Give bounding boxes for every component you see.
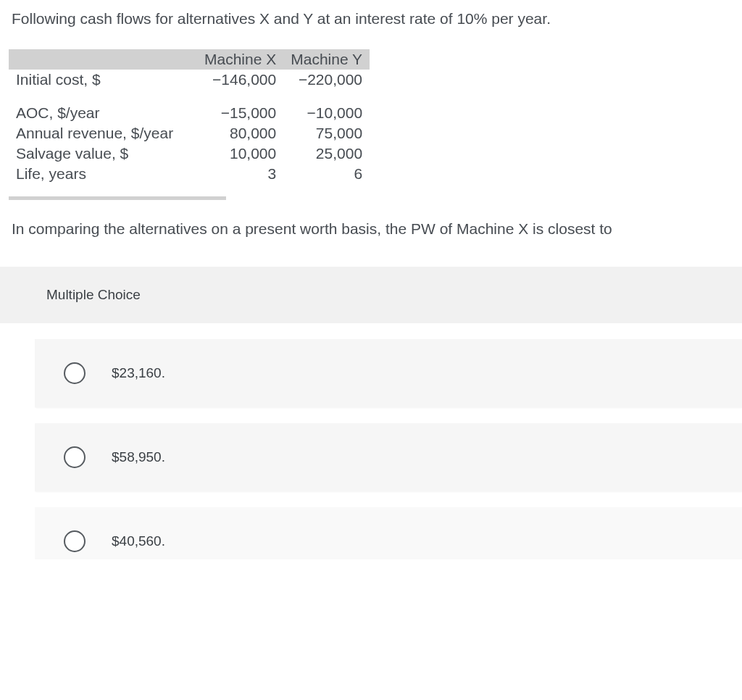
row-label: Annual revenue, $/year [9,123,197,143]
row-x: −146,000 [197,70,283,90]
table-row: AOC, $/year −15,000 −10,000 [9,103,370,123]
spacer [9,90,370,103]
option-label: $40,560. [112,533,165,549]
option-c[interactable]: $40,560. [35,507,742,559]
row-y: −220,000 [283,70,370,90]
radio-icon[interactable] [64,446,86,468]
table-header-row: Machine X Machine Y [9,49,370,70]
question-intro: Following cash flows for alternatives X … [0,0,742,42]
row-y: 75,000 [283,123,370,143]
table-row: Initial cost, $ −146,000 −220,000 [9,70,370,90]
option-b[interactable]: $58,950. [35,423,742,491]
radio-icon[interactable] [64,362,86,384]
row-x: 3 [197,164,283,184]
table-row: Annual revenue, $/year 80,000 75,000 [9,123,370,143]
header-machine-y: Machine Y [283,49,370,70]
row-x: 80,000 [197,123,283,143]
cashflow-table: Machine X Machine Y Initial cost, $ −146… [0,42,370,184]
options-group: $23,160. $58,950. $40,560. [0,339,742,559]
header-machine-x: Machine X [197,49,283,70]
table-row: Salvage value, $ 10,000 25,000 [9,143,370,164]
row-y: −10,000 [283,103,370,123]
row-x: −15,000 [197,103,283,123]
header-blank [9,49,197,70]
row-label: Salvage value, $ [9,143,197,164]
row-label: Life, years [9,164,197,184]
table-row: Life, years 3 6 [9,164,370,184]
radio-icon[interactable] [64,530,86,552]
row-label: Initial cost, $ [9,70,197,90]
option-label: $23,160. [112,365,165,381]
multiple-choice-header: Multiple Choice [0,267,742,323]
row-x: 10,000 [197,143,283,164]
question-text: In comparing the alternatives on a prese… [0,200,742,267]
row-label: AOC, $/year [9,103,197,123]
option-label: $58,950. [112,449,165,465]
row-y: 25,000 [283,143,370,164]
row-y: 6 [283,164,370,184]
option-a[interactable]: $23,160. [35,339,742,407]
